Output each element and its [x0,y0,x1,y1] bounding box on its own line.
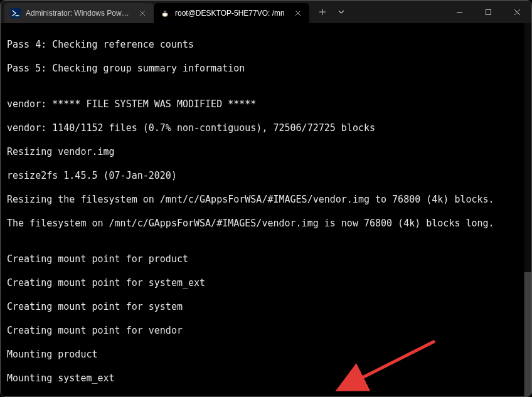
terminal-scrollbar[interactable] [524,23,531,396]
tab-label: root@DESKTOP-5HE77VO: /mn [175,9,288,18]
tux-icon [160,8,170,18]
title-bar: Administrator: Windows PowerS root@DESKT… [1,1,531,23]
output-line: Pass 5: Checking group summary informati… [7,63,529,75]
svg-rect-7 [486,9,491,14]
output-line: Creating mount point for product [7,253,529,265]
tab-linux-active[interactable]: root@DESKTOP-5HE77VO: /mn [154,3,309,23]
output-line: Creating mount point for system_ext [7,277,529,289]
powershell-icon [11,8,21,18]
output-line: resize2fs 1.45.5 (07-Jan-2020) [7,170,529,182]
output-line: vendor: ***** FILE SYSTEM WAS MODIFIED *… [7,98,529,110]
output-line: Creating mount point for system [7,301,529,313]
output-line: vendor: 1140/1152 files (0.7% non-contig… [7,122,529,134]
output-line: The filesystem on /mnt/c/GAppsForWSA/#IM… [7,218,529,230]
output-line: Resizing vendor.img [7,146,529,158]
new-tab-button[interactable] [313,3,332,21]
maximize-button[interactable] [474,2,503,22]
svg-point-6 [166,11,166,12]
tab-label: Administrator: Windows PowerS [26,9,132,18]
output-line: Creating mount point for vendor [7,325,529,337]
output-line: Pass 4: Checking reference counts [7,39,529,51]
svg-point-5 [164,11,164,12]
svg-point-4 [164,13,166,16]
annotation-arrow-icon [334,338,441,394]
tab-close-button[interactable] [293,8,303,18]
tab-close-button[interactable] [137,8,147,18]
output-line: Resizing the filesystem on /mnt/c/GAppsF… [7,194,529,206]
terminal-output[interactable]: Pass 4: Checking reference counts Pass 5… [1,23,531,396]
tab-dropdown-button[interactable] [332,3,351,21]
minimize-button[interactable] [445,2,474,22]
output-line: Mounting system_ext [7,373,529,384]
output-line: Mounting product [7,349,529,361]
scrollbar-thumb[interactable] [524,272,531,396]
window-close-button[interactable] [503,2,531,22]
tab-powershell[interactable]: Administrator: Windows PowerS [4,3,154,23]
